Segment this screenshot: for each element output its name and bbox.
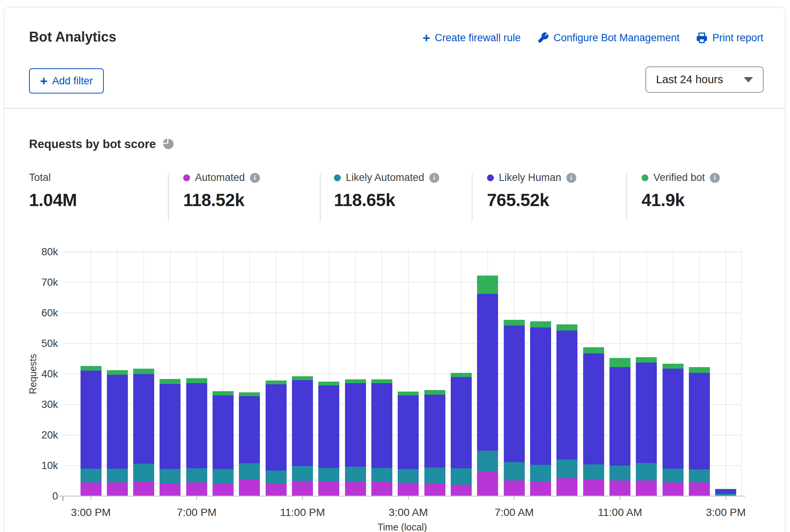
- bar-segment[interactable]: [371, 383, 392, 468]
- bar-segment[interactable]: [345, 379, 366, 383]
- bar-segment[interactable]: [292, 380, 313, 466]
- bar-segment[interactable]: [451, 377, 472, 468]
- bar-segment[interactable]: [451, 373, 472, 377]
- bar-segment[interactable]: [186, 383, 207, 468]
- bar-segment[interactable]: [186, 378, 207, 383]
- bar-segment[interactable]: [133, 481, 154, 496]
- bar-segment[interactable]: [239, 392, 260, 396]
- bar-segment[interactable]: [689, 367, 710, 373]
- bar-segment[interactable]: [477, 276, 498, 294]
- bar-segment[interactable]: [715, 489, 736, 494]
- bar-segment[interactable]: [583, 480, 604, 496]
- bar-segment[interactable]: [689, 373, 710, 470]
- bar-segment[interactable]: [689, 469, 710, 482]
- bar-segment[interactable]: [636, 463, 657, 480]
- bar-segment[interactable]: [345, 482, 366, 496]
- bar-segment[interactable]: [556, 478, 577, 496]
- bar-segment[interactable]: [107, 370, 128, 375]
- bar-segment[interactable]: [663, 469, 684, 482]
- bar-segment[interactable]: [81, 482, 102, 496]
- bar-segment[interactable]: [266, 484, 287, 496]
- bar-segment[interactable]: [424, 468, 445, 483]
- bar-segment[interactable]: [663, 364, 684, 369]
- bar-segment[interactable]: [715, 489, 736, 489]
- bar-segment[interactable]: [609, 358, 630, 367]
- bar-segment[interactable]: [451, 485, 472, 496]
- bar-segment[interactable]: [186, 468, 207, 482]
- bar-segment[interactable]: [213, 391, 234, 395]
- bar-segment[interactable]: [504, 326, 525, 462]
- bar-segment[interactable]: [292, 481, 313, 496]
- bar-segment[interactable]: [398, 469, 419, 483]
- bar-segment[interactable]: [107, 375, 128, 469]
- bar-segment[interactable]: [477, 451, 498, 472]
- bar-segment[interactable]: [345, 467, 366, 482]
- bar-segment[interactable]: [133, 369, 154, 374]
- bar-segment[interactable]: [556, 324, 577, 330]
- bar-segment[interactable]: [583, 347, 604, 353]
- bar-segment[interactable]: [239, 396, 260, 463]
- bar-segment[interactable]: [424, 390, 445, 395]
- bar-segment[interactable]: [530, 321, 551, 327]
- bar-segment[interactable]: [530, 327, 551, 465]
- bar-segment[interactable]: [715, 494, 736, 495]
- bar-segment[interactable]: [663, 482, 684, 496]
- bar-segment[interactable]: [424, 395, 445, 467]
- bar-segment[interactable]: [213, 395, 234, 469]
- bar-segment[interactable]: [424, 483, 445, 496]
- requests-by-bot-score-chart[interactable]: 010k20k30k40k50k60k70k80k3:00 PM7:00 PM1…: [0, 0, 790, 532]
- bar-segment[interactable]: [213, 484, 234, 496]
- bar-segment[interactable]: [133, 374, 154, 464]
- bar-segment[interactable]: [318, 468, 339, 481]
- bar-segment[interactable]: [609, 367, 630, 466]
- bar-segment[interactable]: [477, 472, 498, 496]
- bar-segment[interactable]: [609, 466, 630, 480]
- bar-segment[interactable]: [556, 330, 577, 459]
- bar-segment[interactable]: [160, 469, 181, 484]
- bar-segment[interactable]: [186, 482, 207, 496]
- bar-segment[interactable]: [266, 471, 287, 484]
- bar-segment[interactable]: [318, 385, 339, 468]
- bar-segment[interactable]: [556, 459, 577, 478]
- bar-segment[interactable]: [504, 320, 525, 325]
- bar-segment[interactable]: [345, 383, 366, 467]
- bar-segment[interactable]: [266, 380, 287, 384]
- bar-segment[interactable]: [583, 353, 604, 464]
- bar-segment[interactable]: [636, 480, 657, 496]
- bar-segment[interactable]: [530, 465, 551, 481]
- bar-segment[interactable]: [81, 366, 102, 371]
- bar-segment[interactable]: [239, 480, 260, 496]
- bar-segment[interactable]: [398, 395, 419, 469]
- bar-segment[interactable]: [371, 379, 392, 383]
- bar-segment[interactable]: [160, 384, 181, 469]
- bar-segment[interactable]: [451, 468, 472, 484]
- bar-segment[interactable]: [636, 357, 657, 363]
- bar-segment[interactable]: [81, 469, 102, 482]
- bar-segment[interactable]: [266, 384, 287, 471]
- bar-segment[interactable]: [239, 463, 260, 480]
- bar-segment[interactable]: [663, 369, 684, 469]
- bar-segment[interactable]: [504, 462, 525, 480]
- bar-segment[interactable]: [583, 464, 604, 480]
- bar-segment[interactable]: [213, 469, 234, 484]
- bar-segment[interactable]: [398, 483, 419, 496]
- bar-segment[interactable]: [477, 294, 498, 451]
- bar-segment[interactable]: [504, 480, 525, 496]
- bar-segment[interactable]: [160, 483, 181, 496]
- bar-segment[interactable]: [133, 464, 154, 481]
- bar-segment[interactable]: [107, 469, 128, 482]
- bar-segment[interactable]: [318, 382, 339, 385]
- bar-segment[interactable]: [292, 466, 313, 481]
- bar-segment[interactable]: [689, 482, 710, 496]
- bar-segment[interactable]: [636, 363, 657, 463]
- bar-segment[interactable]: [371, 468, 392, 482]
- bar-segment[interactable]: [530, 482, 551, 496]
- bar-segment[interactable]: [81, 371, 102, 469]
- bar-segment[interactable]: [318, 481, 339, 496]
- bar-segment[interactable]: [609, 480, 630, 496]
- bar-segment[interactable]: [160, 379, 181, 384]
- bar-segment[interactable]: [371, 482, 392, 496]
- bar-segment[interactable]: [292, 376, 313, 380]
- bar-segment[interactable]: [107, 482, 128, 496]
- bar-segment[interactable]: [398, 392, 419, 395]
